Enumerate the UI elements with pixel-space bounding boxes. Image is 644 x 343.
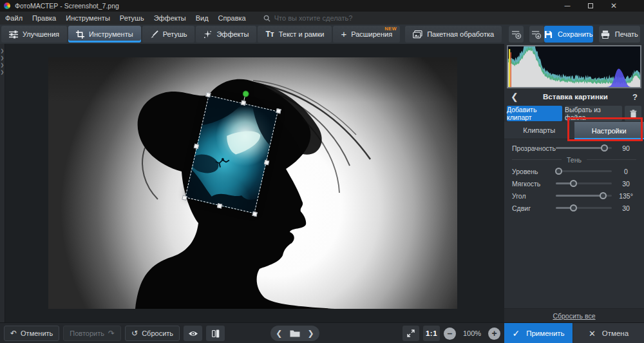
trash-icon [630,110,637,118]
reset-all-link[interactable]: Сбросить все [553,312,595,320]
apply-button[interactable]: ✓ Применить [504,323,573,343]
tab-retouch[interactable]: Ретушь [142,26,195,43]
app-logo-icon [4,3,10,9]
slider-angle: Угол 135° [504,190,644,202]
text-icon: Tт [265,30,274,39]
slider-handle[interactable] [601,144,608,152]
help-icon[interactable]: ? [632,92,638,102]
print-button[interactable]: Печать [599,26,640,43]
printer-icon [601,30,610,39]
menu-help[interactable]: Справка [218,14,246,22]
menu-edit[interactable]: Правка [32,14,56,22]
menu-tools[interactable]: Инструменты [66,14,110,22]
export-preset-button[interactable] [529,26,544,43]
histogram [507,45,641,88]
save-button[interactable]: Сохранить [544,26,593,43]
actual-size-button[interactable]: 1:1 [423,326,440,341]
menu-view[interactable]: Вид [196,14,209,22]
slider-track[interactable] [556,182,612,184]
brush-icon [150,30,158,39]
bottom-bar: ↶ Отменить Повторить ↷ ↺ Сбросить ❮ ❯ [0,322,644,343]
search-box[interactable]: Что вы хотите сделать? [263,14,353,22]
slider-track[interactable] [556,170,612,172]
menu-bar: Файл Правка Инструменты Ретушь Эффекты В… [0,12,644,24]
undo-icon: ↶ [10,329,17,338]
slider-track[interactable] [556,147,612,149]
slider-label: Уровень [512,168,552,175]
save-label: Сохранить [558,30,593,38]
slider-softness: Мягкость 30 [504,177,644,190]
tab-enhancements[interactable]: Улучшения [1,26,67,43]
sliders-icon [9,30,18,39]
tab-label: Пакетная обработка [427,30,494,38]
slider-label: Мягкость [512,180,552,188]
tab-tools[interactable]: Инструменты [68,26,141,43]
back-icon[interactable]: ❮ [511,92,518,102]
restore-button[interactable] [588,3,593,8]
batch-processing-button[interactable]: Пакетная обработка [405,26,502,43]
tab-text-frames[interactable]: Tт Текст и рамки [258,26,332,43]
slider-opacity: Прозрачность 90 [504,142,644,154]
reset-label: Сбросить [142,329,173,337]
close-button[interactable]: ✕ [611,0,617,12]
plus-icon: + [341,31,346,37]
before-after-button[interactable] [206,326,225,341]
slider-shift: Сдвиг 30 [504,202,644,214]
compare-icon [212,329,220,338]
tab-label: Эффекты [216,30,249,38]
tab-extensions[interactable]: NEW + Расширения [333,26,400,43]
eye-icon [188,330,198,337]
slider-handle[interactable] [570,180,577,187]
cancel-button[interactable]: ✕ Отмена [573,323,644,343]
slider-track[interactable] [556,207,612,209]
photomaster-app-window: ФотоМАСТЕР - Screenshot_7.png — ✕ Файл П… [0,0,644,343]
slider-value: 30 [616,204,636,212]
slider-track[interactable] [556,195,612,197]
zoom-in-button[interactable]: + [488,328,500,340]
minimize-button[interactable]: — [564,0,571,12]
menu-effects[interactable]: Эффекты [154,14,186,22]
cross-icon: ✕ [589,329,596,338]
menu-file[interactable]: Файл [5,14,23,22]
slider-handle[interactable] [570,204,577,211]
prev-photo-button[interactable]: ❮ [272,329,285,338]
left-collapsed-panel[interactable]: ❯ ❯ ❯ ❯ [0,44,5,322]
preset-add-icon [511,30,522,39]
show-original-button[interactable] [184,326,202,341]
redo-button[interactable]: Повторить ↷ [63,326,121,341]
cancel-label: Отмена [602,329,629,337]
slider-handle[interactable] [600,192,607,199]
batch-photos-icon [413,30,422,39]
print-label: Печать [615,30,638,38]
menu-retouch[interactable]: Ретушь [120,14,144,22]
preset-download-icon [531,30,542,39]
reset-icon: ↺ [131,329,138,338]
slider-value: 135° [616,192,636,200]
choose-file-button[interactable]: Выбрать из файла [565,106,622,121]
chevron-right-icon: ❯ [0,48,5,55]
slider-value: 90 [616,144,636,152]
reset-button[interactable]: ↺ Сбросить [125,326,180,341]
editing-canvas[interactable] [5,44,504,322]
crop-icon [76,30,84,39]
window-title: ФотоМАСТЕР - Screenshot_7.png [15,2,119,10]
slider-level: Уровень 0 [504,165,644,177]
redo-icon: ↷ [108,329,115,338]
apply-label: Применить [526,329,564,337]
tab-settings[interactable]: Настройки [574,122,644,139]
fit-to-screen-button[interactable] [402,326,419,341]
add-preset-button[interactable] [509,26,524,43]
undo-button[interactable]: ↶ Отменить [4,326,59,341]
tab-effects[interactable]: Эффекты [196,26,256,43]
main-toolbar: Улучшения Инструменты Ретушь Эффекты Tт … [0,24,644,44]
delete-button[interactable] [625,106,641,121]
save-floppy-icon [544,30,553,39]
folder-icon[interactable] [290,329,300,337]
zoom-level: 100% [460,329,484,337]
tab-label: Улучшения [23,30,59,38]
slider-handle[interactable] [555,168,562,175]
next-photo-button[interactable]: ❯ [305,329,317,338]
tab-cliparts[interactable]: Клипарты [504,122,574,139]
zoom-out-button[interactable]: – [444,328,456,340]
add-clipart-button[interactable]: Добавить клипарт [507,106,562,121]
